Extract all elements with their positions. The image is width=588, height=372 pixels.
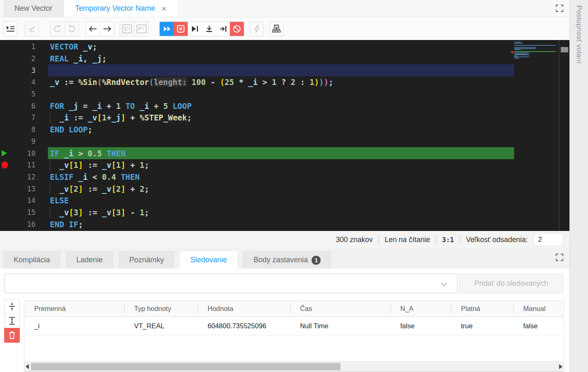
- table-horizontal-scrollbar[interactable]: [24, 361, 564, 372]
- minimap[interactable]: [514, 40, 559, 231]
- column-header[interactable]: Typ hodnoty: [124, 301, 198, 316]
- add-to-watch-button[interactable]: Pridať do sledovaných: [459, 274, 563, 293]
- panel-tab-poznamky[interactable]: Poznámky: [119, 251, 174, 268]
- code-line[interactable]: 6FOR _j = _i + 1 TO _i + 5 LOOP: [0, 100, 514, 112]
- code-line[interactable]: 13_v[2] := _v[2] + 2;: [0, 183, 514, 195]
- code-token: _i: [139, 101, 149, 111]
- watch-table-row[interactable]: _iVT_REAL604800.735525096Null Timefalset…: [24, 317, 564, 335]
- scrollbar-thumb[interactable]: [31, 363, 340, 370]
- code-token: [73, 172, 78, 181]
- breakpoint-icon[interactable]: [0, 161, 12, 169]
- expand-editor-button[interactable]: [555, 3, 564, 13]
- expand-panel-button[interactable]: [555, 252, 564, 262]
- step-into-button[interactable]: [202, 22, 216, 36]
- scrollbar-thumb[interactable]: [561, 47, 568, 52]
- code-line[interactable]: 8END LOOP;: [0, 124, 514, 136]
- panel-tab-label: Sledovanie: [190, 256, 227, 264]
- code-text: _v[1] := _v[1] + 1;: [48, 159, 514, 171]
- code-line[interactable]: 1VECTOR _v;: [0, 41, 514, 53]
- code-token: :: [295, 78, 309, 87]
- editor-vertical-scrollbar[interactable]: [559, 40, 569, 231]
- code-line[interactable]: 16END IF;: [0, 218, 514, 230]
- watch-expression-input[interactable]: [5, 274, 457, 293]
- line-number: 16: [12, 220, 35, 228]
- panel-tab-body-zastavenia[interactable]: Body zastavenia1: [243, 251, 331, 268]
- column-header[interactable]: Čas: [290, 301, 390, 316]
- stop-debug-button[interactable]: [174, 22, 188, 36]
- undo-button[interactable]: [50, 22, 64, 36]
- call-sequence-sidebar[interactable]: Postupnosť volaní: [569, 0, 588, 372]
- scroll-right-button[interactable]: [558, 362, 564, 372]
- column-header[interactable]: Premenná: [24, 301, 124, 316]
- code-token: ]: [121, 208, 125, 217]
- code-token: THEN: [121, 172, 140, 181]
- indent-size-input[interactable]: [534, 233, 563, 246]
- navigate-back-button[interactable]: [86, 22, 100, 36]
- watch-expression-combobox[interactable]: [4, 274, 458, 293]
- code-line[interactable]: 5: [0, 88, 514, 100]
- code-line[interactable]: 4_v := %Sin(%RndVector(lenght: 100 - (25…: [0, 76, 514, 88]
- code-line[interactable]: 15_v[3] := _v[3] - 1;: [0, 207, 514, 219]
- c-reference-button[interactable]: C⁞: [120, 22, 134, 36]
- column-header[interactable]: Platná: [451, 301, 513, 316]
- navigate-forward-button[interactable]: [100, 22, 114, 36]
- code-token: _j: [69, 101, 78, 111]
- validate-button[interactable]: [25, 21, 39, 36]
- code-token: %STEP_Week: [140, 113, 187, 122]
- code-token: *: [234, 78, 248, 87]
- column-header[interactable]: Manual: [513, 301, 564, 316]
- panel-tab-ladenie[interactable]: Ladenie: [66, 251, 113, 268]
- panel-tab-kompilacia[interactable]: Kompilácia: [3, 251, 60, 268]
- table-cell: VT_REAL: [124, 322, 198, 330]
- scrollbar-track[interactable]: [30, 362, 558, 372]
- call-graph-button[interactable]: [269, 21, 283, 36]
- indent-guide: [50, 160, 59, 171]
- expand-rows-button[interactable]: [4, 313, 20, 328]
- undo-icon: [53, 25, 61, 33]
- divider: [436, 235, 436, 245]
- code-editor[interactable]: 1VECTOR _v;2REAL _i, _j;34_v := %Sin(%Rn…: [0, 40, 569, 231]
- triangle-left-icon: [26, 364, 29, 369]
- format-code-button[interactable]: [3, 21, 17, 36]
- code-line[interactable]: 14ELSE: [0, 195, 514, 207]
- collapse-rows-button[interactable]: [4, 299, 20, 314]
- close-tab-icon[interactable]: ×: [161, 4, 166, 13]
- code-line[interactable]: 7_i := _v[1+_j] + %STEP_Week;: [0, 112, 514, 124]
- column-header[interactable]: N_A: [390, 301, 451, 316]
- execution-pointer-icon[interactable]: [0, 150, 12, 157]
- minimap-line: [514, 45, 556, 46]
- code-token: (: [149, 78, 153, 87]
- format-indent-icon: [6, 25, 15, 33]
- delete-watch-button[interactable]: [4, 328, 20, 343]
- panel-tab-label: Kompilácia: [14, 256, 50, 264]
- table-cell: _i: [24, 322, 124, 330]
- code-line[interactable]: 9: [0, 136, 514, 148]
- code-text: [48, 64, 514, 76]
- fullscreen-icon: [556, 254, 563, 261]
- code-area[interactable]: 1VECTOR _v;2REAL _i, _j;34_v := %Sin(%Rn…: [0, 40, 514, 231]
- tab-new-vector[interactable]: New Vector: [3, 0, 64, 17]
- code-line[interactable]: 12ELSIF _i < 0.4 THEN: [0, 171, 514, 183]
- evaluate-button[interactable]: [250, 21, 264, 36]
- code-line[interactable]: 2REAL _i, _j;: [0, 53, 514, 65]
- panel-tab-label: Ladenie: [76, 256, 103, 264]
- scroll-left-button[interactable]: [24, 362, 30, 372]
- continue-button[interactable]: [160, 22, 174, 36]
- column-header[interactable]: Hodnota: [198, 301, 290, 316]
- tab-temporary-vector-name[interactable]: Temporary Vector Name ×: [64, 0, 178, 17]
- step-out-button[interactable]: [216, 22, 230, 36]
- panel-tab-sledovanie[interactable]: Sledovanie: [180, 251, 237, 268]
- code-token: ;: [78, 220, 83, 229]
- f-reference-button[interactable]: F⁞: [134, 22, 148, 36]
- code-token: [78, 42, 83, 51]
- code-token: ;: [92, 42, 97, 51]
- code-line[interactable]: 10IF _i > 0.5 THEN: [0, 147, 514, 159]
- step-over-button[interactable]: [188, 22, 202, 36]
- disable-breakpoints-button[interactable]: [230, 22, 244, 36]
- code-line[interactable]: 3: [0, 64, 514, 76]
- minimap-line: [514, 47, 536, 48]
- table-cell: false: [513, 322, 564, 330]
- code-line[interactable]: 11_v[1] := _v[1] + 1;: [0, 159, 514, 171]
- chevron-down-icon[interactable]: [441, 283, 447, 286]
- redo-button[interactable]: [64, 22, 78, 36]
